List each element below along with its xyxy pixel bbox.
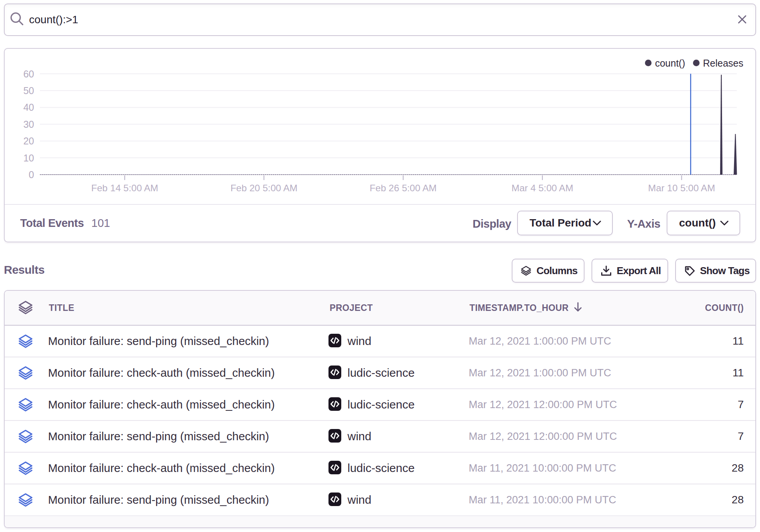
svg-text:50: 50	[23, 85, 34, 96]
svg-text:40: 40	[23, 102, 34, 113]
svg-text:Feb 14 5:00 AM: Feb 14 5:00 AM	[91, 183, 158, 193]
svg-text:10: 10	[23, 153, 34, 163]
svg-text:0: 0	[29, 169, 34, 180]
svg-text:Mar 4 5:00 AM: Mar 4 5:00 AM	[512, 183, 573, 193]
svg-text:30: 30	[23, 119, 34, 130]
svg-text:20: 20	[23, 136, 34, 146]
svg-text:Mar 10 5:00 AM: Mar 10 5:00 AM	[648, 183, 715, 193]
svg-text:Feb 26 5:00 AM: Feb 26 5:00 AM	[370, 183, 437, 193]
svg-text:Feb 20 5:00 AM: Feb 20 5:00 AM	[230, 183, 297, 193]
svg-text:60: 60	[23, 69, 34, 79]
